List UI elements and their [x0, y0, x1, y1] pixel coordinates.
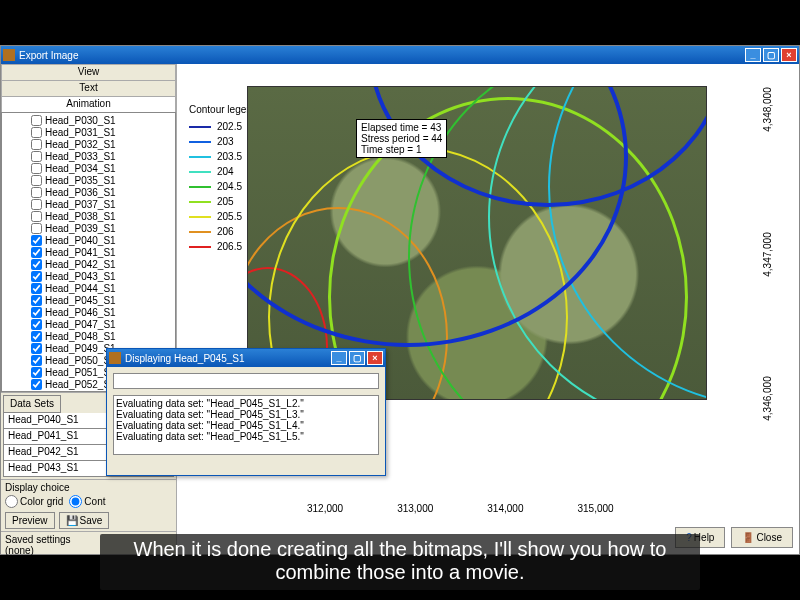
- legend-value: 205: [217, 196, 234, 207]
- tree-checkbox[interactable]: [31, 139, 42, 150]
- progress-dialog[interactable]: Displaying Head_P045_S1 _ ▢ × Evaluating…: [106, 348, 386, 476]
- tree-item-label: Head_P035_S1: [45, 175, 116, 186]
- tree-item-label: Head_P036_S1: [45, 187, 116, 198]
- legend-swatch: [189, 141, 211, 143]
- tree-checkbox[interactable]: [31, 151, 42, 162]
- tree-item-label: Head_P039_S1: [45, 223, 116, 234]
- tree-checkbox[interactable]: [31, 367, 42, 378]
- legend-value: 206: [217, 226, 234, 237]
- tree-item[interactable]: Head_P037_S1: [3, 198, 174, 210]
- tree-checkbox[interactable]: [31, 211, 42, 222]
- minimize-button[interactable]: _: [745, 48, 761, 62]
- tree-item[interactable]: Head_P041_S1: [3, 246, 174, 258]
- display-choice-header: Display choice: [5, 482, 172, 493]
- tab-animation[interactable]: Animation: [1, 96, 176, 112]
- tree-checkbox[interactable]: [31, 247, 42, 258]
- legend-swatch: [189, 171, 211, 173]
- tree-checkbox[interactable]: [31, 115, 42, 126]
- dialog-maximize-button[interactable]: ▢: [349, 351, 365, 365]
- tree-item[interactable]: Head_P032_S1: [3, 138, 174, 150]
- tree-item-label: Head_P034_S1: [45, 163, 116, 174]
- save-button[interactable]: 💾Save: [59, 512, 110, 529]
- tree-item[interactable]: Head_P030_S1: [3, 114, 174, 126]
- tree-checkbox[interactable]: [31, 319, 42, 330]
- tree-item-label: Head_P047_S1: [45, 319, 116, 330]
- tree-item[interactable]: Head_P047_S1: [3, 318, 174, 330]
- tree-item[interactable]: Head_P043_S1: [3, 270, 174, 282]
- tree-checkbox[interactable]: [31, 127, 42, 138]
- legend-swatch: [189, 201, 211, 203]
- legend-value: 203: [217, 136, 234, 147]
- tree-checkbox[interactable]: [31, 235, 42, 246]
- tree-checkbox[interactable]: [31, 187, 42, 198]
- legend-value: 205.5: [217, 211, 242, 222]
- legend-value: 203.5: [217, 151, 242, 162]
- tree-checkbox[interactable]: [31, 283, 42, 294]
- tree-item[interactable]: Head_P034_S1: [3, 162, 174, 174]
- tree-checkbox[interactable]: [31, 259, 42, 270]
- tree-item-label: Head_P037_S1: [45, 199, 116, 210]
- tree-item[interactable]: Head_P045_S1: [3, 294, 174, 306]
- dialog-close-button[interactable]: ×: [367, 351, 383, 365]
- tree-checkbox[interactable]: [31, 223, 42, 234]
- close-button[interactable]: ×: [781, 48, 797, 62]
- tab-view[interactable]: View: [1, 64, 176, 80]
- tree-item[interactable]: Head_P036_S1: [3, 186, 174, 198]
- tree-item[interactable]: Head_P040_S1: [3, 234, 174, 246]
- radio-color-grid[interactable]: Color grid: [5, 495, 63, 508]
- tree-item-label: Head_P048_S1: [45, 331, 116, 342]
- tree-item[interactable]: Head_P035_S1: [3, 174, 174, 186]
- tree-checkbox[interactable]: [31, 163, 42, 174]
- tree-item[interactable]: Head_P042_S1: [3, 258, 174, 270]
- tree-item-label: Head_P043_S1: [45, 271, 116, 282]
- preview-button[interactable]: Preview: [5, 512, 55, 529]
- tree-item[interactable]: Head_P033_S1: [3, 150, 174, 162]
- tree-item[interactable]: Head_P038_S1: [3, 210, 174, 222]
- legend-value: 202.5: [217, 121, 242, 132]
- video-caption: When it is done creating all the bitmaps…: [100, 534, 700, 590]
- tree-checkbox[interactable]: [31, 343, 42, 354]
- dialog-minimize-button[interactable]: _: [331, 351, 347, 365]
- tree-item-label: Head_P032_S1: [45, 139, 116, 150]
- tree-item-label: Head_P046_S1: [45, 307, 116, 318]
- tree-checkbox[interactable]: [31, 295, 42, 306]
- legend-value: 204.5: [217, 181, 242, 192]
- tree-checkbox[interactable]: [31, 331, 42, 342]
- tree-item[interactable]: Head_P044_S1: [3, 282, 174, 294]
- tree-item[interactable]: Head_P039_S1: [3, 222, 174, 234]
- map-area: Contour legend 202.5203203.5204204.52052…: [177, 64, 799, 554]
- legend-swatch: [189, 186, 211, 188]
- door-icon: 🚪: [742, 532, 754, 543]
- dialog-titlebar[interactable]: Displaying Head_P045_S1 _ ▢ ×: [107, 349, 385, 367]
- tree-item-label: Head_P042_S1: [45, 259, 116, 270]
- log-box[interactable]: Evaluating data set: "Head_P045_S1_L2."E…: [113, 395, 379, 455]
- legend-swatch: [189, 156, 211, 158]
- radio-contour[interactable]: Cont: [69, 495, 105, 508]
- legend-value: 206.5: [217, 241, 242, 252]
- tree-checkbox[interactable]: [31, 199, 42, 210]
- tree-checkbox[interactable]: [31, 379, 42, 390]
- tree-checkbox[interactable]: [31, 175, 42, 186]
- tab-text[interactable]: Text: [1, 80, 176, 96]
- legend-swatch: [189, 126, 211, 128]
- titlebar[interactable]: Export Image _ ▢ ×: [1, 46, 799, 64]
- maximize-button[interactable]: ▢: [763, 48, 779, 62]
- tree-item[interactable]: Head_P048_S1: [3, 330, 174, 342]
- y-axis: 4,348,000 4,347,000 4,346,000: [745, 104, 790, 404]
- close-window-button[interactable]: 🚪Close: [731, 527, 793, 548]
- window-title: Export Image: [19, 50, 78, 61]
- app-icon: [109, 352, 121, 364]
- tree-checkbox[interactable]: [31, 355, 42, 366]
- legend-swatch: [189, 216, 211, 218]
- export-image-window: Export Image _ ▢ × View Text Animation H…: [0, 45, 800, 555]
- tree-item-label: Head_P041_S1: [45, 247, 116, 258]
- dialog-title: Displaying Head_P045_S1: [125, 353, 245, 364]
- x-axis: 312,000 313,000 314,000 315,000: [307, 503, 614, 514]
- left-panel: View Text Animation Head_P030_S1Head_P03…: [1, 64, 177, 554]
- tree-checkbox[interactable]: [31, 271, 42, 282]
- tree-item[interactable]: Head_P031_S1: [3, 126, 174, 138]
- tree-item[interactable]: Head_P046_S1: [3, 306, 174, 318]
- tree-checkbox[interactable]: [31, 307, 42, 318]
- legend-swatch: [189, 246, 211, 248]
- datasets-tab[interactable]: Data Sets: [3, 395, 61, 413]
